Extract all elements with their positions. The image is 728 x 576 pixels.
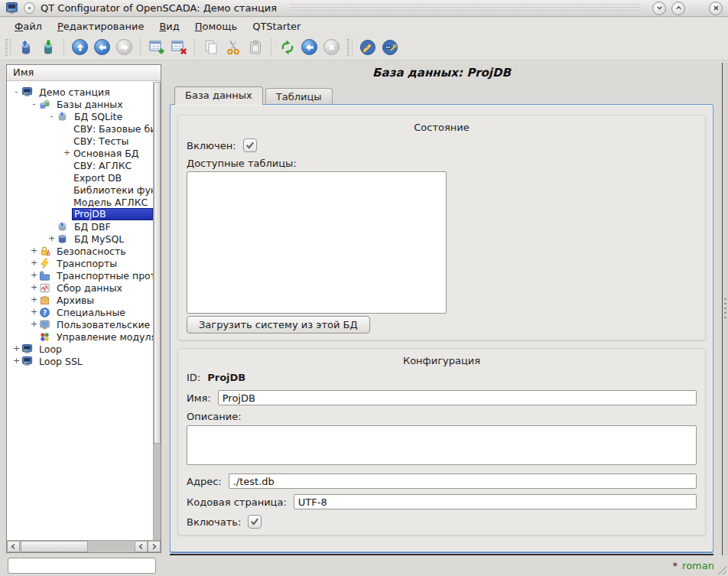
scroll-left-icon[interactable] xyxy=(7,541,20,552)
stop-updating-icon[interactable] xyxy=(320,37,343,58)
tree-item-label: БД MySQL xyxy=(73,233,153,245)
address-label: Адрес: xyxy=(187,476,222,487)
tree-item-label: Транспорты xyxy=(55,258,153,269)
right-dock-splitter[interactable] xyxy=(722,63,728,555)
cut-item-icon[interactable] xyxy=(222,37,244,58)
tree-vertical-scrollbar[interactable] xyxy=(153,82,161,540)
tree-item[interactable]: Библиотеки функций xyxy=(7,184,153,196)
tree-item-label: Демо станция xyxy=(37,86,153,98)
qt-configurator-icon[interactable] xyxy=(356,37,379,58)
panel-splitter[interactable] xyxy=(162,64,169,555)
tree-item[interactable]: СВУ: АГЛКС xyxy=(7,159,153,171)
expander-icon[interactable]: + xyxy=(29,246,39,256)
expander-icon[interactable]: + xyxy=(29,270,39,281)
tree-item-db-mysql[interactable]: + БД MySQL xyxy=(7,233,153,245)
load-from-db-icon[interactable] xyxy=(15,37,37,58)
expander-icon[interactable]: + xyxy=(29,282,39,293)
status-user: roman xyxy=(682,560,714,571)
expander-icon[interactable]: + xyxy=(47,233,57,244)
address-input[interactable] xyxy=(229,473,697,489)
tree-item-label: Безопасность xyxy=(55,246,153,257)
expander-icon[interactable]: + xyxy=(29,319,39,330)
tree-item-loop-ssl[interactable]: + Loop SSL xyxy=(7,355,153,367)
menu-file[interactable]: Файл xyxy=(7,19,50,34)
expander-icon[interactable]: + xyxy=(11,356,21,366)
paste-item-icon[interactable] xyxy=(244,37,266,58)
to-enable-checkbox[interactable] xyxy=(248,515,262,529)
tree-item[interactable]: + Основная БД xyxy=(7,147,153,159)
codepage-input[interactable] xyxy=(294,494,697,509)
name-input[interactable] xyxy=(218,390,697,405)
tab-tables[interactable]: Таблицы xyxy=(265,88,333,104)
tree-item-protocols[interactable]: + Транспортные протоколы xyxy=(7,269,153,281)
enabled-checkbox[interactable] xyxy=(243,138,257,152)
tree-item-archives[interactable]: + Архивы xyxy=(7,294,153,306)
toolbar xyxy=(0,34,728,60)
expander-icon[interactable]: - xyxy=(47,111,57,122)
tree-item-label: Модель АГЛКС xyxy=(72,197,153,208)
scrollbar-track[interactable] xyxy=(88,541,135,552)
tree-item-projdb[interactable]: ProjDB xyxy=(7,208,153,220)
enabled-label: Включен: xyxy=(187,140,236,151)
back-icon[interactable] xyxy=(91,37,113,58)
tree-item[interactable]: СВУ: Тесты xyxy=(7,135,153,147)
save-to-db-icon[interactable] xyxy=(37,37,59,58)
expander-icon[interactable]: + xyxy=(11,343,21,354)
load-system-button[interactable]: Загрузить систему из этой БД xyxy=(187,316,370,334)
tab-bar: База данных Таблицы xyxy=(174,86,335,104)
tree-item-transports[interactable]: + Транспорты xyxy=(7,257,153,269)
tree-horizontal-scrollbar[interactable] xyxy=(7,540,161,552)
tree-item-security[interactable]: + Безопасность xyxy=(7,245,153,257)
pin-button[interactable] xyxy=(24,2,35,14)
refresh-icon[interactable] xyxy=(276,37,298,58)
start-updating-icon[interactable] xyxy=(298,37,320,58)
tree-item-label: Loop xyxy=(37,343,153,355)
shade-button[interactable] xyxy=(652,2,666,15)
tables-list[interactable] xyxy=(187,171,447,314)
tree-item-demo-station[interactable]: - Демо станция xyxy=(7,86,153,98)
copy-item-icon[interactable] xyxy=(200,37,222,58)
expander-icon[interactable]: + xyxy=(62,148,72,158)
tree-view: - Демо станция - Базы данных - БД SQLite… xyxy=(7,82,153,540)
titlebar: QT Configurator of OpenSCADA: Демо станц… xyxy=(0,0,728,17)
tree-item[interactable]: СВУ: Базовые библиотеки xyxy=(7,122,153,135)
menu-qtstarter[interactable]: QTStarter xyxy=(245,19,308,34)
expander-icon[interactable]: + xyxy=(29,307,39,317)
scrollbar-thumb[interactable] xyxy=(21,541,88,552)
up-icon[interactable] xyxy=(69,37,91,58)
delete-item-icon[interactable] xyxy=(167,37,190,58)
toolbar-handle[interactable] xyxy=(347,39,353,56)
menu-help[interactable]: Помощь xyxy=(187,19,245,34)
description-textarea[interactable] xyxy=(187,425,697,465)
tree-item-module-management[interactable]: Управление модулями xyxy=(7,330,153,343)
tree-item-loop[interactable]: + Loop xyxy=(7,343,153,355)
maximize-button[interactable] xyxy=(671,2,685,15)
scroll-left-icon[interactable] xyxy=(135,541,148,552)
menu-edit[interactable]: Редактирование xyxy=(50,19,151,34)
expander-icon[interactable]: - xyxy=(11,86,21,97)
status-bar: *roman xyxy=(0,555,728,576)
expander-icon[interactable]: - xyxy=(29,99,39,109)
monitor-icon xyxy=(39,319,52,330)
tree-item-databases[interactable]: - Базы данных xyxy=(7,98,153,110)
scrollbar-thumb[interactable] xyxy=(154,82,161,444)
expander-icon[interactable]: + xyxy=(29,258,39,268)
tree-item-special[interactable]: + ? Специальные xyxy=(7,306,153,318)
tab-database[interactable]: База данных xyxy=(174,86,263,105)
add-item-icon[interactable] xyxy=(145,37,167,58)
expander-icon[interactable]: + xyxy=(29,295,39,305)
tree-item-db-dbf[interactable]: БД DBF xyxy=(7,220,153,233)
resize-grip[interactable] xyxy=(716,564,726,574)
tree-item[interactable]: Export DB xyxy=(7,171,153,184)
tree-item[interactable]: Модель АГЛКС xyxy=(7,196,153,208)
tree-item-daq[interactable]: + Сбор данных xyxy=(7,281,153,294)
menu-view[interactable]: Вид xyxy=(151,19,187,34)
qt-vision-icon[interactable] xyxy=(379,37,401,58)
tree-item-db-sqlite[interactable]: - БД SQLite xyxy=(7,110,153,122)
tree-item-user-interfaces[interactable]: + Пользовательские интерфейсы xyxy=(7,318,153,330)
tab-page-database: Состояние Включен: Доступные таблицы: За… xyxy=(170,104,713,553)
close-button[interactable] xyxy=(709,2,723,15)
scroll-right-icon[interactable] xyxy=(148,541,161,552)
forward-icon[interactable] xyxy=(113,37,135,58)
toolbar-handle[interactable] xyxy=(5,39,11,56)
